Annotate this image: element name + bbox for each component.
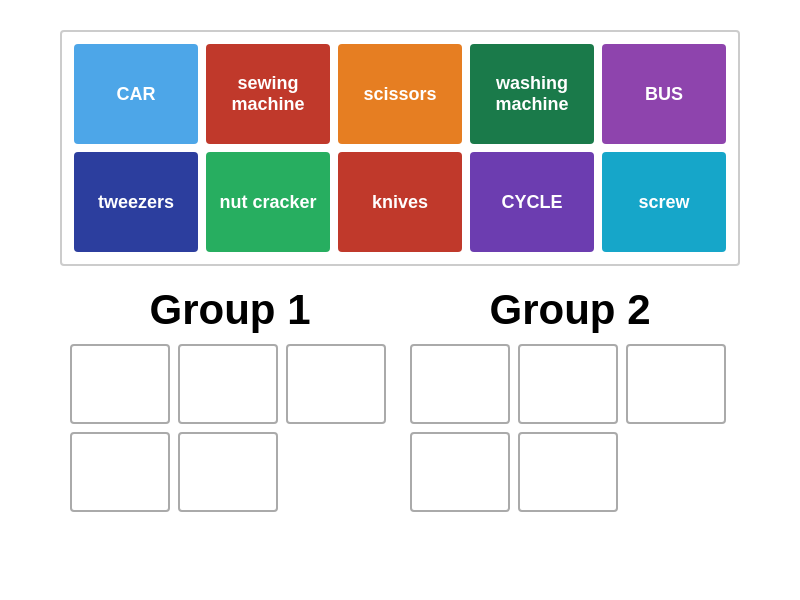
group2-slot-4[interactable] (410, 432, 510, 512)
group1-slot-5[interactable] (178, 432, 278, 512)
group2-row1 (410, 344, 730, 424)
group2-slot-3[interactable] (626, 344, 726, 424)
card-bus[interactable]: BUS (602, 44, 726, 144)
group1-slot-2[interactable] (178, 344, 278, 424)
group2-slot-1[interactable] (410, 344, 510, 424)
card-knives[interactable]: knives (338, 152, 462, 252)
group2-slot-5[interactable] (518, 432, 618, 512)
group2-title: Group 2 (489, 286, 650, 334)
group2-container: Group 2 (410, 286, 730, 512)
card-sewing-machine[interactable]: sewing machine (206, 44, 330, 144)
group1-title: Group 1 (149, 286, 310, 334)
top-section: CARsewing machinescissorswashing machine… (60, 30, 740, 266)
group1-slots (70, 344, 390, 512)
group1-row1 (70, 344, 390, 424)
card-nut-cracker[interactable]: nut cracker (206, 152, 330, 252)
bottom-section: Group 1 Group 2 (60, 286, 740, 512)
card-car[interactable]: CAR (74, 44, 198, 144)
group1-slot-3[interactable] (286, 344, 386, 424)
group1-slot-1[interactable] (70, 344, 170, 424)
group1-row2 (70, 432, 390, 512)
group1-container: Group 1 (70, 286, 390, 512)
card-screw[interactable]: screw (602, 152, 726, 252)
card-tweezers[interactable]: tweezers (74, 152, 198, 252)
card-washing-machine[interactable]: washing machine (470, 44, 594, 144)
group2-row2 (410, 432, 730, 512)
group2-slot-2[interactable] (518, 344, 618, 424)
card-cycle[interactable]: CYCLE (470, 152, 594, 252)
group1-slot-4[interactable] (70, 432, 170, 512)
group2-slots (410, 344, 730, 512)
card-scissors[interactable]: scissors (338, 44, 462, 144)
